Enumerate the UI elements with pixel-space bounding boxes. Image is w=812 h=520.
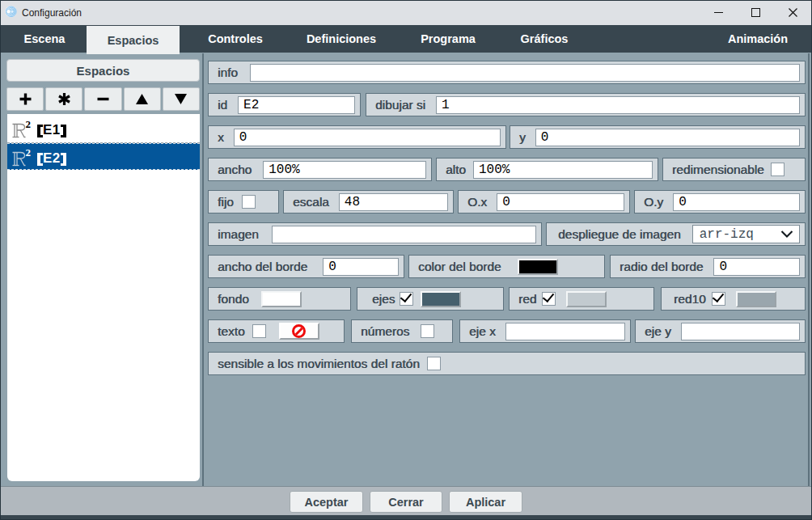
svg-text:2: 2 bbox=[26, 146, 32, 159]
svg-text:2: 2 bbox=[26, 118, 32, 130]
